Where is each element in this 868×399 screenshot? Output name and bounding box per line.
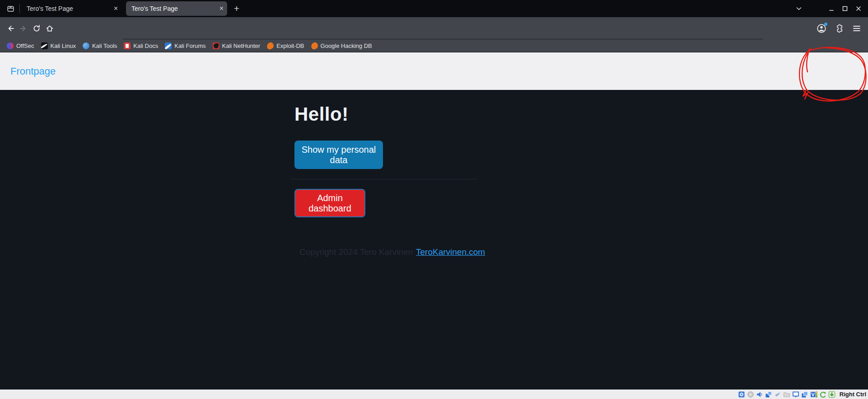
new-tab-button[interactable]: + — [230, 2, 243, 15]
host-key-label: Right Ctrl — [840, 391, 866, 398]
terokarvinen-link[interactable]: TeroKarvinen.com — [416, 247, 485, 257]
browser-tab-bar: Tero's Test Page × Tero's Test Page × + — [0, 0, 868, 17]
google-hacking-db-bird-icon — [310, 42, 318, 50]
vbox-display-icon[interactable] — [792, 390, 800, 398]
page-content: Hello! Show my personal data Admin dashb… — [0, 90, 868, 390]
firefox-view-icon[interactable] — [4, 2, 17, 15]
bookmark-kali-nethunter[interactable]: Kali NetHunter — [213, 42, 261, 49]
extensions-puzzle-icon[interactable] — [833, 23, 845, 34]
vbox-harddisk-icon[interactable] — [738, 390, 746, 398]
account-notification-dot — [824, 23, 827, 26]
bookmark-label: OffSec — [16, 42, 34, 49]
home-icon[interactable] — [43, 22, 56, 35]
window-controls — [792, 0, 865, 17]
bookmark-label: Google Hacking DB — [321, 42, 372, 49]
bookmark-offsec[interactable]: OffSec — [7, 42, 34, 49]
window-minimize-button[interactable] — [825, 2, 838, 15]
nav-button-group — [4, 17, 56, 40]
vbox-features-indicator-icon[interactable] — [810, 390, 818, 398]
kali-docs-icon — [124, 42, 131, 49]
tab-close-icon[interactable]: × — [114, 5, 118, 12]
bookmark-kali-docs[interactable]: Kali Docs — [124, 42, 158, 49]
admin-dashboard-button[interactable]: Admin dashboard — [294, 189, 365, 217]
account-icon[interactable] — [816, 23, 827, 34]
menu-hamburger-icon[interactable] — [851, 23, 863, 34]
bookmark-label: Exploit-DB — [276, 42, 304, 49]
kali-linux-dragon-icon — [41, 42, 48, 49]
tab-separator — [19, 4, 20, 13]
virtualbox-guest-window: Tero's Test Page × Tero's Test Page × + — [0, 0, 868, 399]
exploit-db-bird-icon — [266, 42, 275, 50]
copyright-text: Copyright 2024 Tero Karvinen — [299, 247, 413, 257]
kali-forums-icon — [165, 42, 172, 49]
bookmark-google-hacking-db[interactable]: Google Hacking DB — [311, 42, 372, 49]
frontpage-link[interactable]: Frontpage — [10, 66, 56, 77]
list-all-tabs-chevron-icon[interactable] — [792, 2, 806, 15]
divider — [290, 179, 477, 179]
tab-title: Tero's Test Page — [27, 5, 111, 12]
vbox-shared-folder-icon[interactable] — [783, 390, 791, 398]
vbox-autoresize-icon[interactable] — [819, 390, 827, 398]
tab-teros-test-page-active[interactable]: Tero's Test Page × — [126, 1, 227, 16]
tab-close-icon[interactable]: × — [219, 5, 224, 12]
vbox-audio-icon[interactable] — [756, 390, 764, 398]
browser-navigation-toolbar: http://127.0.0.1:8000 — [0, 17, 868, 40]
bookmark-label: Kali Linux — [51, 42, 76, 49]
reload-icon[interactable] — [30, 22, 43, 35]
back-icon[interactable] — [4, 22, 17, 35]
window-close-button[interactable] — [852, 2, 865, 15]
tab-teros-test-page-inactive[interactable]: Tero's Test Page × — [21, 1, 121, 16]
window-maximize-button[interactable] — [838, 2, 852, 15]
vbox-dragdrop-icon[interactable] — [828, 390, 836, 398]
vbox-cd-icon[interactable] — [747, 390, 755, 398]
bookmark-exploit-db[interactable]: Exploit-DB — [267, 42, 304, 49]
kali-tools-icon — [83, 42, 89, 49]
bookmark-kali-tools[interactable]: Kali Tools — [83, 42, 117, 49]
tab-title: Tero's Test Page — [131, 5, 217, 12]
bookmark-kali-linux[interactable]: Kali Linux — [41, 42, 76, 49]
forward-icon[interactable] — [17, 22, 30, 35]
vbox-network-icon[interactable] — [765, 390, 773, 398]
bookmark-label: Kali Tools — [92, 42, 117, 49]
bookmarks-toolbar: OffSec Kali Linux Kali Tools Kali Docs K… — [0, 40, 868, 52]
bookmark-label: Kali NetHunter — [222, 42, 261, 49]
toolbar-right-group — [816, 17, 863, 40]
show-personal-data-button[interactable]: Show my personal data — [294, 141, 383, 169]
copyright-line: Copyright 2024 Tero KarvinenTeroKarvinen… — [299, 247, 485, 257]
bookmark-label: Kali Forums — [174, 42, 205, 49]
bookmark-label: Kali Docs — [133, 42, 158, 49]
offsec-icon — [7, 42, 14, 49]
site-header: Frontpage Login Register — [0, 52, 868, 90]
vbox-seamless-windows-icon[interactable] — [801, 390, 809, 398]
page-heading: Hello! — [294, 103, 349, 125]
virtualbox-status-bar: Right Ctrl — [0, 390, 868, 399]
bookmark-kali-forums[interactable]: Kali Forums — [165, 42, 205, 49]
vbox-usb-icon[interactable] — [774, 390, 782, 398]
kali-nethunter-icon — [213, 42, 219, 49]
